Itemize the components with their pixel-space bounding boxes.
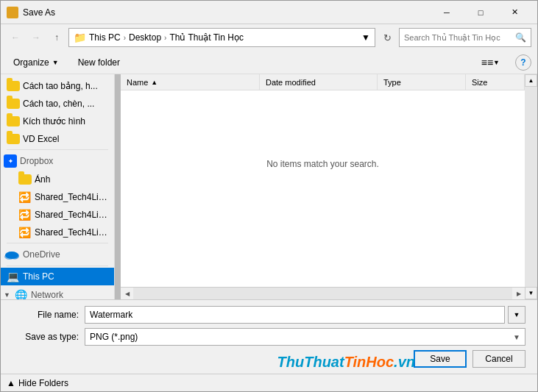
watermark-hoc: Hoc — [366, 354, 394, 370]
filename-row: File name: ▼ — [13, 306, 525, 324]
empty-message: No items match your search. — [121, 90, 525, 238]
path-part3: Thủ Thuật Tin Học — [169, 32, 243, 43]
path-dropdown-arrow[interactable]: ▼ — [361, 32, 370, 43]
col-header-size[interactable]: Size — [466, 74, 525, 90]
sidebar-item-thispc[interactable]: 💻 This PC — [1, 268, 114, 285]
sidebar-item-kich-thuoc[interactable]: Kích thước hình — [1, 113, 114, 130]
file-list-area: Name ▲ Date modified Type Size No items … — [121, 74, 525, 299]
cancel-button[interactable]: Cancel — [472, 350, 525, 368]
sidebar-network-header[interactable]: ▼ 🌐 Network — [1, 285, 114, 299]
refresh-button[interactable]: ↻ — [378, 29, 396, 46]
path-part1: This PC — [89, 32, 121, 43]
sidebar-item-anh[interactable]: Ảnh — [1, 171, 114, 188]
sidebar-scrollbar[interactable] — [115, 74, 121, 299]
sidebar-scrollbar-thumb[interactable] — [115, 74, 121, 299]
path-part2: Desktop — [129, 32, 161, 43]
savetype-value: PNG (*.png) — [90, 332, 138, 342]
search-icon: 🔍 — [515, 32, 526, 43]
hscroll-right-btn[interactable]: ▶ — [512, 288, 525, 300]
view-icon: ≡≡ — [481, 57, 493, 68]
thispc-icon: 💻 — [7, 271, 20, 282]
action-buttons: Save Cancel — [13, 350, 525, 368]
window-icon — [7, 7, 18, 18]
savetype-input-wrapper: PNG (*.png) ▼ — [85, 328, 525, 346]
save-button[interactable]: Save — [414, 350, 467, 368]
sidebar-label: VD Excel — [23, 134, 59, 144]
file-list[interactable]: No items match your search. — [121, 90, 525, 287]
sidebar-label: Shared_Tech4Lif... — [35, 210, 108, 220]
window-controls: ─ □ ✕ — [430, 1, 531, 24]
filename-input-wrapper: ▼ — [85, 306, 525, 324]
sidebar-item-shared1[interactable]: 🔁 Shared_Tech4Lif... — [1, 188, 114, 206]
hide-folders-label: Hide Folders — [18, 378, 68, 388]
savetype-arrow-icon: ▼ — [513, 333, 520, 341]
save-as-dialog: Save As ─ □ ✕ ← → ↑ 📁 This PC › Desktop … — [0, 0, 538, 392]
organize-button[interactable]: Organize ▼ — [7, 54, 66, 71]
sidebar-item-cach-tao-bang[interactable]: Cách tao bảng, h... — [1, 77, 114, 95]
column-headers: Name ▲ Date modified Type Size — [121, 74, 525, 90]
folder-icon — [18, 174, 32, 185]
bottom-section: File name: ▼ Save as type: PNG (*.png) ▼… — [1, 299, 537, 374]
toolbar: Organize ▼ New folder ≡≡ ▼ ? — [1, 51, 537, 74]
filelist-scrollbar[interactable]: ▲ ▼ — [525, 74, 537, 299]
minimize-button[interactable]: ─ — [430, 1, 464, 24]
up-button[interactable]: ↑ — [48, 29, 66, 46]
sidebar-item-shared2[interactable]: 🔁 Shared_Tech4Lif... — [1, 206, 114, 224]
filename-dropdown-icon: ▼ — [514, 311, 520, 318]
title-bar: Save As ─ □ ✕ — [1, 1, 537, 24]
network-label: Network — [31, 290, 63, 299]
sidebar-item-cach-tao-chen[interactable]: Cách tao, chèn, ... — [1, 95, 114, 113]
hscroll-track[interactable] — [133, 288, 512, 299]
address-bar: ← → ↑ 📁 This PC › Desktop › Thủ Thuật Ti… — [1, 24, 537, 51]
search-box[interactable]: 🔍 — [399, 28, 531, 47]
network-icon: 🌐 — [15, 289, 28, 299]
shared-icon: 🔁 — [18, 191, 32, 203]
sidebar-label: Shared_Tech4Lif... — [35, 192, 108, 202]
folder-icon — [7, 116, 20, 126]
watermark-thu: Thu — [277, 354, 305, 370]
scroll-up-btn[interactable]: ▲ — [525, 74, 537, 87]
hscroll-left-btn[interactable]: ◀ — [121, 288, 133, 300]
divider3 — [7, 266, 108, 266]
col-header-type[interactable]: Type — [378, 74, 466, 90]
organize-label: Organize — [13, 57, 49, 68]
main-content: Cách tao bảng, h... Cách tao, chèn, ... … — [1, 74, 537, 299]
watermark-thuat: Thuat — [304, 354, 344, 370]
sidebar-onedrive-header[interactable]: OneDrive — [1, 245, 114, 264]
watermark-vn: .vn — [394, 354, 415, 370]
sidebar-label: Shared_Tech4Lif... — [35, 227, 108, 238]
sidebar-dropbox-header[interactable]: ✦ Dropbox — [1, 152, 114, 171]
filename-label: File name: — [13, 310, 79, 320]
thispc-label: This PC — [23, 271, 54, 282]
address-path[interactable]: 📁 This PC › Desktop › Thủ Thuật Tin Học … — [68, 28, 375, 47]
sidebar: Cách tao bảng, h... Cách tao, chèn, ... … — [1, 74, 115, 299]
sidebar-item-shared3[interactable]: 🔁 Shared_Tech4Lif... — [1, 224, 114, 241]
sidebar-label: Cách tao bảng, h... — [23, 81, 98, 91]
maximize-button[interactable]: □ — [464, 1, 498, 24]
new-folder-button[interactable]: New folder — [71, 54, 127, 71]
path-sep2: › — [164, 34, 166, 42]
help-icon: ? — [520, 57, 525, 68]
savetype-dropdown[interactable]: PNG (*.png) ▼ — [85, 328, 525, 346]
horizontal-scrollbar[interactable]: ◀ ▶ — [121, 287, 525, 299]
dropbox-label: Dropbox — [20, 156, 53, 166]
folder-icon — [7, 81, 20, 91]
col-header-name[interactable]: Name ▲ — [121, 74, 260, 90]
filename-dropdown-btn[interactable]: ▼ — [508, 306, 525, 324]
divider1 — [7, 149, 108, 150]
filename-input[interactable] — [85, 306, 505, 324]
hide-folders-bar[interactable]: ▲ Hide Folders — [1, 374, 537, 391]
sidebar-item-vd-excel[interactable]: VD Excel — [1, 130, 114, 148]
close-button[interactable]: ✕ — [498, 1, 531, 24]
search-input[interactable] — [404, 33, 512, 42]
col-header-date[interactable]: Date modified — [260, 74, 378, 90]
path-folder-icon: 📁 — [74, 32, 86, 43]
scroll-down-btn[interactable]: ▼ — [525, 287, 537, 299]
help-button[interactable]: ? — [515, 54, 531, 71]
view-button[interactable]: ≡≡ ▼ — [478, 54, 503, 71]
hide-folders-icon: ▲ — [7, 378, 15, 388]
forward-button[interactable]: → — [27, 29, 45, 46]
network-expand-icon: ▼ — [4, 291, 10, 299]
savetype-label: Save as type: — [13, 332, 79, 342]
back-button[interactable]: ← — [7, 29, 24, 46]
